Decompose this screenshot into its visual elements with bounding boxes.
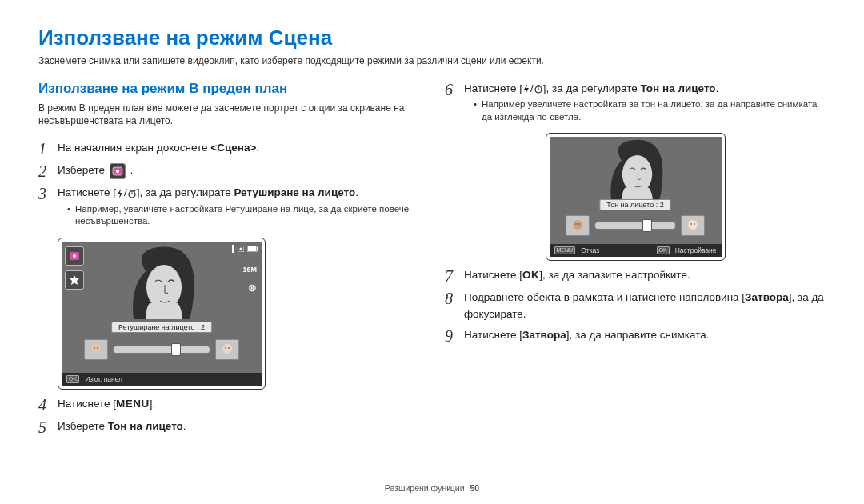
camera-screen-right: Тон на лицето : 2 [546, 133, 726, 261]
page-title: Използване на режим Сцена [38, 26, 826, 50]
step-number: 8 [445, 290, 464, 307]
step-number: 5 [38, 418, 58, 436]
step-number: 3 [38, 185, 58, 202]
step-bold: Затвора [522, 329, 566, 341]
mode-side-icon [65, 246, 84, 266]
step-text: Натиснете [ [58, 186, 116, 198]
svg-rect-10 [248, 246, 256, 251]
ok-label: OK [522, 269, 539, 281]
page-footer: Разширени функции 50 [385, 483, 479, 493]
footer-text: Настройване [675, 246, 717, 254]
svg-point-17 [225, 347, 226, 349]
thumb-after [215, 339, 239, 360]
step-bold: Затвора [745, 291, 789, 303]
slider-track [113, 346, 210, 354]
step-bold: Тон на лицето [108, 420, 183, 432]
step-text: Натиснете [ [58, 398, 116, 410]
step-number: 7 [445, 267, 464, 285]
step-9: 9 Натиснете [Затвора], за да направите с… [445, 327, 826, 345]
svg-point-15 [97, 347, 98, 349]
step-bullet: Например, увеличете настройката Ретушира… [67, 203, 419, 228]
step-text: Изберете [58, 420, 108, 432]
timer-icon [534, 84, 543, 94]
svg-point-23 [578, 223, 580, 225]
step-5: 5 Изберете Тон на лицето. [38, 418, 419, 436]
step-7: 7 Натиснете [OK], за да запазите настрой… [445, 267, 826, 285]
right-column: 6 Натиснете [/], за да регулирате Тон на… [445, 81, 826, 441]
step-text: . [183, 420, 186, 432]
step-number: 9 [445, 327, 464, 345]
step-text: . [256, 142, 259, 154]
footer-ok-btn: OK [657, 246, 670, 254]
step-3: 3 Натиснете [/], за да регулирате Ретуши… [38, 185, 419, 230]
camera-screen-left: 16M ⊗ Ретуширане на лицето : 2 [58, 238, 266, 390]
footer-ok-btn: OK [66, 375, 79, 383]
svg-rect-11 [257, 247, 258, 250]
svg-point-16 [222, 344, 232, 354]
step-text: ], за да направите снимката. [566, 329, 710, 341]
thumb-light [681, 215, 705, 236]
step-bold: Тон на лицето [640, 82, 715, 94]
timer-icon [127, 189, 137, 198]
flash-off-icon: ⊗ [248, 282, 257, 294]
star-side-icon [65, 270, 84, 290]
svg-rect-6 [232, 245, 234, 253]
step-text: . [130, 164, 133, 176]
footer-text: Изкл. панел [85, 375, 122, 383]
footer-label: Разширени функции [385, 483, 465, 493]
step-text: Натиснете [ [464, 269, 522, 281]
step-bold: <Сцена> [210, 142, 256, 154]
step-bold: Ретуширане на лицето [234, 186, 355, 198]
svg-point-14 [94, 347, 95, 349]
status-icons [231, 245, 258, 253]
slider-knob [642, 219, 652, 232]
slider-knob [171, 343, 181, 356]
step-text: ], за да регулирате [137, 186, 234, 198]
step-6: 6 Натиснете [/], за да регулирате Тон на… [445, 81, 826, 126]
slider-row [84, 339, 239, 360]
page-subtitle: Заснемете снимка или запишете видеоклип,… [38, 55, 826, 66]
footer-menu-btn: MENU [554, 246, 576, 254]
step-number: 4 [38, 396, 58, 414]
tone-label: Тон на лицето : 2 [599, 199, 670, 210]
svg-point-8 [240, 247, 242, 250]
svg-point-4 [73, 254, 76, 258]
face-illustration [591, 137, 679, 205]
flash-icon [522, 84, 530, 94]
svg-point-13 [91, 344, 101, 354]
resolution-label: 16M [242, 266, 257, 274]
step-8: 8 Подравнете обекта в рамката и натиснет… [445, 290, 826, 322]
step-number: 2 [38, 162, 58, 180]
thumb-before [84, 339, 108, 360]
step-text: На началния екран докоснете [58, 142, 210, 154]
section-desc: В режим В преден план вие можете да засн… [38, 102, 419, 127]
section-heading: Използване на режим В преден план [38, 81, 419, 97]
step-text: Натиснете [ [464, 329, 522, 341]
step-4: 4 Натиснете [MENU]. [38, 396, 419, 414]
step-text: Подравнете обекта в рамката и натиснете … [464, 291, 745, 303]
mode-icon [110, 163, 126, 179]
step-number: 1 [38, 140, 58, 158]
step-number: 6 [445, 81, 464, 98]
step-text: ], за да запазите настройките. [539, 269, 690, 281]
step-text: Натиснете [ [464, 82, 522, 94]
flash-icon [116, 189, 124, 198]
svg-point-24 [688, 220, 698, 230]
step-text: ], за да регулирате [543, 82, 641, 94]
svg-point-22 [575, 223, 577, 225]
svg-point-26 [694, 223, 695, 225]
svg-marker-5 [70, 275, 79, 285]
left-column: Използване на режим В преден план В режи… [38, 81, 419, 441]
step-text: ]. [150, 398, 156, 410]
slider-row [566, 215, 705, 236]
retouch-label: Ретуширане на лицето : 2 [111, 322, 212, 333]
svg-point-18 [228, 347, 230, 349]
footer-text: Отказ [581, 246, 599, 254]
step-bullet: Например увеличете настройката за тон на… [474, 98, 826, 123]
thumb-dark [566, 215, 590, 236]
slider-track [594, 222, 676, 230]
face-illustration [114, 243, 210, 323]
screen-footer: MENU Отказ OK Настройване [550, 244, 722, 257]
step-text: Изберете [58, 164, 108, 176]
svg-point-12 [146, 265, 182, 310]
